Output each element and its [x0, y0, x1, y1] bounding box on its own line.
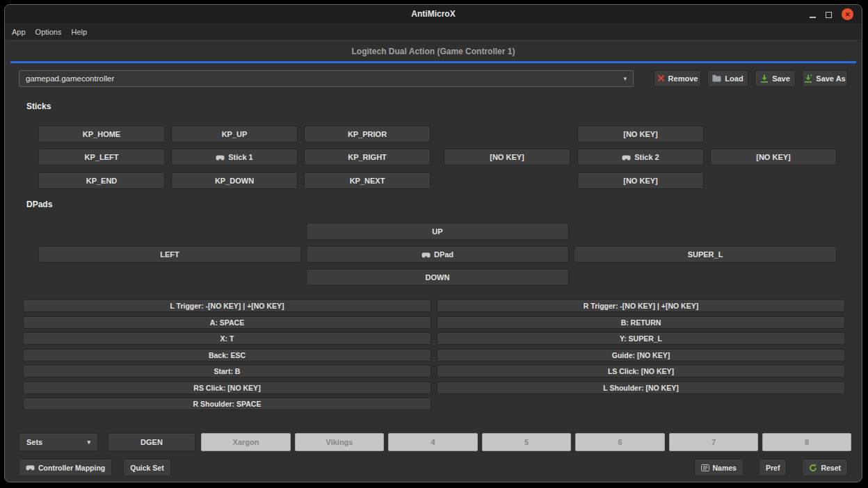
set-6-button[interactable]: 6	[575, 433, 665, 451]
assignment-x-button[interactable]: X: T	[23, 332, 431, 345]
set-xargon-button[interactable]: Xargon	[201, 433, 291, 451]
dropdown-arrow-icon: ▾	[87, 439, 90, 446]
set-vikings-button[interactable]: Vikings	[295, 433, 384, 451]
minimize-button[interactable]	[810, 8, 816, 21]
dpad-up-button[interactable]: UP	[306, 223, 569, 240]
stick2-right-button[interactable]: [NO KEY]	[710, 149, 837, 165]
menu-app[interactable]: App	[12, 28, 26, 36]
save-icon	[760, 74, 769, 83]
stick1-up-right-button[interactable]: KP_PRIOR	[304, 126, 431, 143]
reset-icon	[809, 464, 817, 472]
maximize-icon	[826, 12, 832, 18]
minimize-icon	[810, 13, 816, 18]
names-icon	[701, 464, 709, 471]
stick1-down-button[interactable]: KP_DOWN	[171, 172, 298, 189]
menubar: App Options Help	[5, 24, 862, 40]
assignment-a-button[interactable]: A: SPACE	[23, 316, 431, 329]
dropdown-arrow-icon: ▾	[623, 75, 627, 82]
assignment-r-shoulder-button[interactable]: R Shoulder: SPACE	[23, 398, 431, 410]
window-title: AntiMicroX	[5, 5, 862, 24]
dpad-center-button[interactable]: DPad	[306, 246, 569, 263]
stick1-up-button[interactable]: KP_UP	[171, 126, 298, 143]
dpads-group-title: DPads	[26, 200, 52, 209]
stick1-center-button[interactable]: Stick 1	[171, 149, 298, 165]
reset-button[interactable]: Reset	[802, 459, 848, 476]
assignment-l-trigger-button[interactable]: L Trigger: -[NO KEY] | +[NO KEY]	[23, 300, 431, 312]
profile-buttons: Remove Load Save Save As	[654, 70, 848, 87]
gamepad-icon	[622, 154, 631, 161]
assignment-b-button[interactable]: B: RETURN	[437, 316, 845, 329]
set-dgen-button[interactable]: DGEN	[108, 433, 195, 451]
stick1-down-right-button[interactable]: KP_NEXT	[304, 172, 431, 189]
controller-tab[interactable]: Logitech Dual Action (Game Controller 1)	[10, 40, 856, 63]
dpad-left-button[interactable]: LEFT	[38, 246, 301, 263]
stick1-right-button[interactable]: KP_RIGHT	[304, 149, 431, 165]
gamepad-icon	[216, 154, 225, 161]
gamepad-icon	[421, 252, 431, 258]
stick2-up-button[interactable]: [NO KEY]	[577, 126, 704, 143]
close-button[interactable]: ✕	[842, 8, 853, 20]
assignment-r-trigger-button[interactable]: R Trigger: -[NO KEY] | +[NO KEY]	[437, 300, 845, 312]
save-as-icon	[804, 74, 812, 83]
remove-button[interactable]: Remove	[654, 70, 701, 87]
stick1-down-left-button[interactable]: KP_END	[38, 172, 165, 189]
load-icon	[712, 74, 721, 82]
set-4-button[interactable]: 4	[388, 433, 478, 451]
assignment-ls-click-button[interactable]: LS Click: [NO KEY]	[437, 365, 845, 377]
stick1-left-button[interactable]: KP_LEFT	[38, 149, 165, 165]
stick2-down-button[interactable]: [NO KEY]	[577, 172, 704, 189]
dpad-down-button[interactable]: DOWN	[306, 269, 569, 286]
gamepad-icon	[26, 464, 35, 471]
set-5-button[interactable]: 5	[482, 433, 571, 451]
quick-set-button[interactable]: Quick Set	[123, 459, 170, 476]
remove-icon	[657, 74, 665, 82]
controller-mapping-button[interactable]: Controller Mapping	[19, 459, 112, 476]
set-8-button[interactable]: 8	[762, 433, 851, 451]
profile-bar: gamepad.gamecontroller ▾ Remove Load Sav…	[19, 70, 848, 87]
stick1-up-left-button[interactable]: KP_HOME	[38, 126, 165, 143]
close-icon: ✕	[845, 11, 851, 18]
stick2-left-button[interactable]: [NO KEY]	[444, 149, 570, 165]
window-controls: ✕	[810, 5, 853, 24]
maximize-button[interactable]	[826, 8, 832, 21]
names-button[interactable]: Names	[694, 459, 744, 476]
profile-combobox[interactable]: gamepad.gamecontroller ▾	[19, 70, 634, 87]
stick2-center-button[interactable]: Stick 2	[577, 149, 704, 165]
assignment-back-button[interactable]: Back: ESC	[23, 349, 431, 361]
controller-tab-label: Logitech Dual Action (Game Controller 1)	[10, 41, 856, 63]
assignment-guide-button[interactable]: Guide: [NO KEY]	[437, 349, 845, 361]
sets-dropdown-button[interactable]: Sets ▾	[19, 433, 98, 451]
load-button[interactable]: Load	[707, 70, 748, 87]
set-7-button[interactable]: 7	[669, 433, 758, 451]
assignment-l-shoulder-button[interactable]: L Shoulder: [NO KEY]	[437, 382, 845, 394]
assignment-rs-click-button[interactable]: RS Click: [NO KEY]	[23, 382, 431, 394]
menu-help[interactable]: Help	[72, 28, 88, 36]
sticks-group-title: Sticks	[26, 101, 51, 111]
menu-options[interactable]: Options	[35, 28, 62, 36]
bottom-bar-left: Controller Mapping Quick Set	[19, 459, 171, 477]
pref-button[interactable]: Pref	[759, 459, 787, 476]
save-as-button[interactable]: Save As	[802, 70, 848, 87]
assignment-start-button[interactable]: Start: B	[23, 365, 431, 377]
titlebar: AntiMicroX ✕	[5, 5, 862, 24]
save-button[interactable]: Save	[755, 70, 796, 87]
assignment-y-button[interactable]: Y: SUPER_L	[437, 332, 845, 345]
app-window: AntiMicroX ✕ App Options Help Logitech D…	[4, 4, 862, 482]
dpad-right-button[interactable]: SUPER_L	[574, 246, 837, 263]
bottom-bar-right: Names Pref Reset	[694, 459, 849, 477]
profile-combobox-value: gamepad.gamecontroller	[26, 74, 114, 83]
